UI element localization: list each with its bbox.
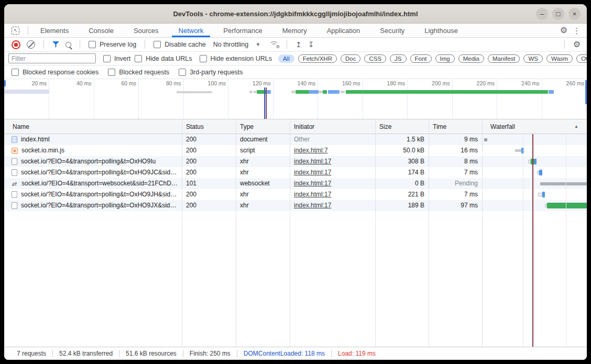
column-header-status[interactable]: Status bbox=[186, 119, 204, 134]
third-party-requests-checkbox[interactable] bbox=[179, 69, 186, 76]
hide-data-urls-label: Hide data URLs bbox=[146, 55, 192, 62]
close-button[interactable]: × bbox=[568, 8, 581, 20]
pill-media[interactable]: Media bbox=[458, 54, 484, 63]
timeline-gridline bbox=[497, 79, 497, 119]
tab-performance[interactable]: Performance bbox=[213, 24, 272, 37]
filter-input[interactable] bbox=[8, 53, 96, 63]
tab-lighthouse[interactable]: Lighthouse bbox=[414, 24, 468, 37]
request-initiator[interactable]: index.html:17 bbox=[294, 156, 331, 167]
tab-sources[interactable]: Sources bbox=[124, 24, 169, 37]
request-initiator[interactable]: index.html:17 bbox=[294, 167, 331, 178]
chevron-down-icon[interactable]: ▼ bbox=[256, 42, 260, 47]
request-name: socket.io/?EIO=4&transport=polling&t=OxH… bbox=[21, 189, 177, 200]
pill-doc[interactable]: Doc bbox=[341, 54, 360, 63]
sort-ascending-icon[interactable]: ▲ bbox=[574, 119, 578, 134]
maximize-button[interactable]: □ bbox=[552, 8, 564, 20]
network-overview-timeline[interactable]: 20 ms40 ms60 ms80 ms100 ms120 ms140 ms16… bbox=[4, 79, 587, 119]
search-icon[interactable] bbox=[65, 42, 71, 48]
request-status: 101 bbox=[186, 178, 196, 189]
timeline-gridline bbox=[228, 79, 228, 119]
request-name: socket.io/?EIO=4&transport=polling&t=OxH… bbox=[21, 200, 176, 211]
more-filters-bar: Blocked response cookies Blocked request… bbox=[4, 65, 587, 79]
tab-memory[interactable]: Memory bbox=[272, 24, 317, 37]
timeline-gridline bbox=[138, 79, 139, 119]
request-time: 97 ms bbox=[461, 200, 478, 211]
pill-fetch-xhr[interactable]: Fetch/XHR bbox=[298, 54, 337, 63]
timeline-gridline bbox=[452, 79, 453, 119]
overview-request-bar bbox=[328, 90, 340, 94]
request-initiator[interactable]: index.html:17 bbox=[294, 189, 331, 200]
column-header-waterfall[interactable]: Waterfall bbox=[490, 119, 515, 134]
overview-request-bar bbox=[254, 91, 256, 93]
tab-security[interactable]: Security bbox=[370, 24, 414, 37]
record-button[interactable] bbox=[12, 40, 20, 49]
pill-other[interactable]: Other bbox=[576, 54, 587, 63]
table-row[interactable]: socket.io/?EIO=4&transport=polling&t=OxH… bbox=[4, 189, 587, 200]
export-har-icon[interactable]: ↧ bbox=[308, 40, 314, 49]
blocked-requests-checkbox[interactable] bbox=[108, 69, 115, 76]
column-header-time[interactable]: Time bbox=[433, 119, 446, 134]
network-settings-gear-icon[interactable]: ⚙ bbox=[573, 40, 581, 49]
request-initiator[interactable]: index.html:17 bbox=[294, 200, 331, 211]
timeline-gridline bbox=[542, 79, 542, 119]
table-row[interactable]: index.html 200 document Other 1.5 kB 9 m… bbox=[4, 134, 587, 145]
pill-ws[interactable]: WS bbox=[523, 54, 543, 63]
request-initiator[interactable]: index.html:17 bbox=[294, 178, 331, 189]
preserve-log-checkbox[interactable] bbox=[89, 41, 96, 48]
request-size: 189 B bbox=[408, 200, 424, 211]
import-har-icon[interactable]: ↥ bbox=[296, 40, 302, 49]
overview-right-handle[interactable] bbox=[585, 80, 587, 104]
inspect-element-icon[interactable]: ↖ bbox=[12, 27, 19, 35]
load-event-line bbox=[266, 87, 267, 119]
pill-img[interactable]: Img bbox=[435, 54, 455, 63]
overview-request-bar bbox=[291, 91, 295, 93]
pill-manifest[interactable]: Manifest bbox=[488, 54, 520, 63]
column-header-name[interactable]: Name bbox=[13, 119, 29, 134]
table-row[interactable]: socket.io.min.js 200 script index.html:7… bbox=[4, 145, 587, 156]
tab-network[interactable]: Network bbox=[169, 24, 214, 37]
status-domcontentloaded: DOMContentLoaded: 118 ms bbox=[244, 350, 325, 357]
pill-js[interactable]: JS bbox=[390, 54, 406, 63]
column-header-type[interactable]: Type bbox=[240, 119, 254, 134]
overview-request-bar bbox=[549, 90, 554, 94]
pill-font[interactable]: Font bbox=[410, 54, 432, 63]
column-header-size[interactable]: Size bbox=[379, 119, 391, 134]
request-time: Pending bbox=[455, 178, 478, 189]
minimize-button[interactable]: – bbox=[536, 8, 548, 20]
devtools-window: DevTools - chrome-extension://jdgkbifmkk… bbox=[4, 4, 587, 360]
blocked-response-cookies-checkbox[interactable] bbox=[12, 69, 19, 76]
tab-elements[interactable]: Elements bbox=[30, 24, 79, 37]
title-bar: DevTools - chrome-extension://jdgkbifmkk… bbox=[4, 4, 587, 24]
filter-toggle-icon[interactable] bbox=[52, 41, 59, 48]
overview-request-bar bbox=[249, 91, 253, 93]
invert-checkbox[interactable] bbox=[103, 55, 111, 62]
timeline-tick-label: 80 ms bbox=[150, 80, 181, 86]
request-size: 308 B bbox=[408, 156, 424, 167]
request-status: 200 bbox=[186, 167, 196, 178]
timeline-tick-label: 40 ms bbox=[60, 80, 92, 86]
hide-extension-urls-checkbox[interactable] bbox=[200, 55, 207, 62]
pill-all[interactable]: All bbox=[278, 54, 294, 63]
clear-button[interactable] bbox=[27, 40, 35, 49]
table-row[interactable]: socket.io/?EIO=4&transport=polling&t=OxH… bbox=[4, 167, 587, 178]
kebab-menu-icon[interactable]: ⋮ bbox=[573, 27, 581, 35]
table-row[interactable]: socket.io/?EIO=4&transport=polling&t=OxH… bbox=[4, 200, 587, 211]
tab-application[interactable]: Application bbox=[317, 24, 370, 37]
table-row[interactable]: socket.io/?EIO=4&transport=polling&t=OxH… bbox=[4, 156, 587, 167]
request-initiator: Other bbox=[294, 134, 310, 145]
overview-left-handle[interactable] bbox=[4, 80, 6, 86]
pill-wasm[interactable]: Wasm bbox=[546, 54, 573, 63]
throttling-dropdown[interactable]: No throttling bbox=[213, 41, 248, 48]
timeline-gridline bbox=[183, 79, 184, 119]
table-row[interactable]: socket.io/?EIO=4&transport=websocket&sid… bbox=[4, 178, 587, 189]
network-conditions-icon[interactable]: ⚙ bbox=[269, 41, 278, 48]
overview-request-bar bbox=[341, 91, 345, 93]
file-icon bbox=[12, 169, 17, 176]
tab-console[interactable]: Console bbox=[79, 24, 124, 37]
disable-cache-checkbox[interactable] bbox=[154, 41, 161, 48]
request-initiator[interactable]: index.html:7 bbox=[294, 145, 328, 156]
pill-css[interactable]: CSS bbox=[364, 54, 386, 63]
hide-data-urls-checkbox[interactable] bbox=[135, 55, 142, 62]
settings-gear-icon[interactable]: ⚙ bbox=[560, 26, 567, 35]
column-header-initiator[interactable]: Initiator bbox=[294, 119, 314, 134]
